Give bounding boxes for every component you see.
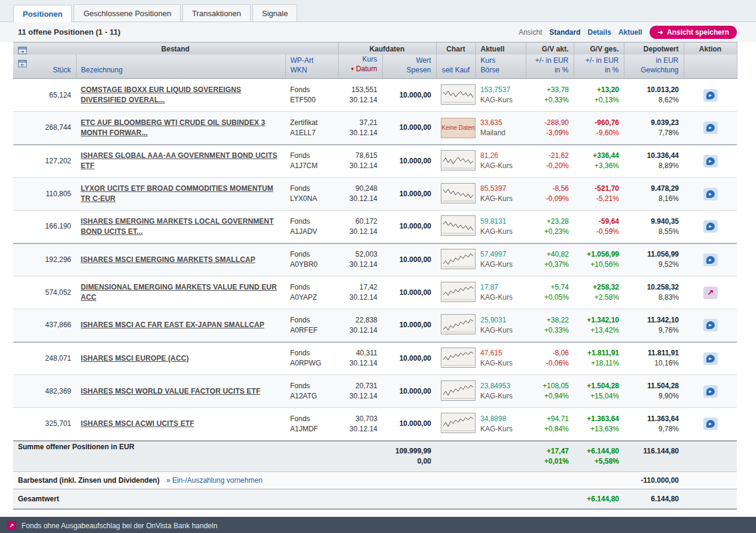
- sparkline-chart[interactable]: [441, 282, 475, 302]
- order-bubble-icon[interactable]: ▸: [703, 155, 718, 167]
- gv-total-sub: +10,56%: [578, 260, 619, 270]
- qty-value: 65,124: [18, 90, 71, 100]
- purchase-data-cell: 17,4230.12.14: [338, 276, 382, 309]
- deposit-withdraw-link[interactable]: » Ein-/Auszahlung vornehmen: [166, 476, 263, 485]
- purchase-data-cell: 153,55130.12.14: [338, 79, 382, 112]
- action-cell: ▸: [684, 178, 737, 211]
- tab-bar: Positionen Geschlossene Positionen Trans…: [0, 0, 756, 22]
- purchase-sub: 30.12.14: [343, 95, 377, 105]
- col-header-kurs-boerse[interactable]: Kurs Börse: [475, 54, 526, 79]
- order-bubble-icon[interactable]: ▸: [703, 188, 718, 200]
- purchase-data-cell: 20,73130.12.14: [338, 375, 382, 408]
- tab-positionen[interactable]: Positionen: [13, 5, 72, 22]
- security-link[interactable]: ISHARES EMERGING MARKETS LOCAL GOVERNMEN…: [81, 217, 281, 237]
- sparkline-chart[interactable]: [441, 348, 475, 368]
- tab-geschlossene-positionen[interactable]: Geschlossene Positionen: [74, 4, 181, 22]
- depot-value: 11.056,99: [629, 249, 679, 260]
- col-header-depotwert[interactable]: in EUR Gewichtung: [624, 54, 684, 79]
- col-header-bezeichnung[interactable]: Bezeichnung: [76, 54, 285, 79]
- header-datum-label[interactable]: Datum: [356, 65, 377, 73]
- header-gv-ges-eur-label: +/- in EUR: [579, 56, 619, 65]
- purchase-value-value: 10.000,00: [387, 156, 431, 166]
- gv-current-sub: -3,09%: [531, 128, 569, 138]
- order-bubble-icon[interactable]: ▸: [703, 352, 718, 365]
- gv-current-sub: -0,09%: [531, 194, 569, 204]
- quote-sub: KAG-Kurs: [480, 391, 521, 401]
- save-view-button[interactable]: ➜ Ansicht speichern: [650, 26, 737, 39]
- security-link[interactable]: ISHARES GLOBAL AAA-AA GOVERNMENT BOND UC…: [81, 151, 281, 171]
- sparkline-chart[interactable]: [441, 150, 475, 170]
- purchase-sub: 30.12.14: [343, 424, 377, 434]
- bubble-arrow-icon: ▸: [706, 321, 715, 329]
- col-header-wert-spesen[interactable]: Wert Spesen: [382, 54, 436, 79]
- order-bubble-icon[interactable]: ▸: [703, 319, 718, 331]
- depot-value-cell: 10.336,448,89%: [624, 145, 684, 178]
- security-link[interactable]: ISHARES MSCI AC FAR EAST EX-JAPAN SMALLC…: [81, 320, 264, 330]
- security-link[interactable]: ISHARES MSCI EUROPE (ACC): [81, 354, 189, 364]
- sum-gv-akt-pct: +0,01%: [531, 456, 569, 467]
- instrument-value: Fonds: [290, 282, 333, 293]
- sparkline-chart[interactable]: [441, 183, 475, 203]
- order-bubble-icon[interactable]: ▸: [703, 418, 718, 430]
- security-link[interactable]: LYXOR UCITS ETF BROAD COMMODITIES MOMENT…: [81, 184, 281, 204]
- col-header-gv-akt[interactable]: +/- in EUR in %: [526, 54, 574, 79]
- order-bubble-icon[interactable]: ▸: [703, 89, 718, 102]
- sparkline-chart[interactable]: [441, 413, 475, 433]
- col-header-wpart-wkn[interactable]: WP-Art WKN: [285, 54, 338, 79]
- security-name-cell: ISHARES EMERGING MARKETS LOCAL GOVERNMEN…: [76, 211, 285, 243]
- quote-value: 33,635: [480, 118, 521, 128]
- qty-value: 127,202: [18, 156, 71, 166]
- chart-cell: [436, 178, 475, 211]
- security-link[interactable]: ISHARES MSCI WORLD VALUE FACTOR UCITS ET…: [81, 386, 260, 397]
- view-details[interactable]: Details: [588, 28, 611, 36]
- depot-value-cell: 9.940,358,55%: [624, 211, 684, 243]
- cash-aktion-cell: [684, 471, 737, 489]
- sparkline-chart[interactable]: [441, 249, 475, 269]
- footnote-text[interactable]: Fonds ohne Ausgabeaufschlag bei der OnVi…: [22, 522, 217, 530]
- tab-transaktionen[interactable]: Transaktionen: [182, 4, 251, 22]
- qty-cell: 65,124: [13, 79, 76, 112]
- security-link[interactable]: DIMENSIONAL EMERGING MARKETS VALUE FUND …: [81, 282, 281, 303]
- order-bubble-icon[interactable]: ▸: [703, 254, 718, 266]
- gv-total-cell: +1.363,64+13,63%: [574, 408, 624, 441]
- gv-current-cell: +40,82+0,37%: [526, 243, 574, 276]
- gv-current-value: -21,62: [531, 151, 569, 161]
- security-link[interactable]: ETC AUF BLOOMBERG WTI CRUDE OIL SUBINDEX…: [81, 118, 281, 138]
- col-header-gv-ges[interactable]: +/- in EUR in %: [574, 54, 624, 79]
- view-standard[interactable]: Standard: [550, 28, 581, 36]
- qty-value: 166,190: [18, 221, 71, 232]
- purchase-sub: 30.12.14: [343, 325, 377, 336]
- qty-cell: 437,866: [13, 309, 76, 342]
- qty-cell: 268,744: [13, 112, 76, 145]
- gv-current-sub: -0,06%: [531, 358, 569, 368]
- view-aktuell[interactable]: Aktuell: [618, 28, 642, 36]
- col-header-aktion: [684, 54, 737, 79]
- gv-total-cell: -521,70-5,21%: [574, 178, 624, 211]
- order-bubble-icon[interactable]: ▸: [703, 121, 718, 134]
- order-bubble-icon[interactable]: ▸: [703, 385, 718, 398]
- position-row: 65,124COMSTAGE IBOXX EUR LIQUID SOVEREIG…: [13, 79, 737, 112]
- sparkline-chart[interactable]: [441, 215, 475, 236]
- security-link[interactable]: ISHARES MSCI EMERGING MARKETS SMALLCAP: [81, 255, 255, 265]
- gv-total-value: -521,70: [578, 184, 619, 194]
- purchase-value-cell: 10.000,00: [382, 178, 436, 211]
- security-link[interactable]: COMSTAGE IBOXX EUR LIQUID SOVEREIGNS DIV…: [81, 85, 281, 105]
- security-link[interactable]: ISHARES MSCI ACWI UCITS ETF: [81, 419, 194, 429]
- split-view-icon[interactable]: [18, 60, 27, 68]
- qty-cell: 192,296: [13, 243, 76, 276]
- sparkline-chart[interactable]: [441, 84, 475, 105]
- action-cell: ↗: [684, 276, 737, 309]
- sparkline-chart[interactable]: [441, 314, 475, 334]
- chart-cell: [436, 243, 475, 276]
- external-trade-icon[interactable]: ↗: [703, 287, 718, 299]
- sparkline-chart[interactable]: [441, 380, 475, 401]
- order-bubble-icon[interactable]: ▸: [703, 220, 718, 233]
- purchase-sub: 30.12.14: [343, 194, 377, 204]
- col-header-kurs-datum[interactable]: Kurs ▼Datum: [338, 54, 382, 79]
- chart-cell: [436, 145, 475, 178]
- save-view-label: Ansicht speichern: [667, 28, 729, 36]
- depot-value-cell: 11.363,649,78%: [624, 408, 684, 441]
- tab-signale[interactable]: Signale: [252, 4, 297, 22]
- maximize-table-icon[interactable]: [18, 47, 27, 54]
- qty-value: 110,805: [18, 189, 71, 199]
